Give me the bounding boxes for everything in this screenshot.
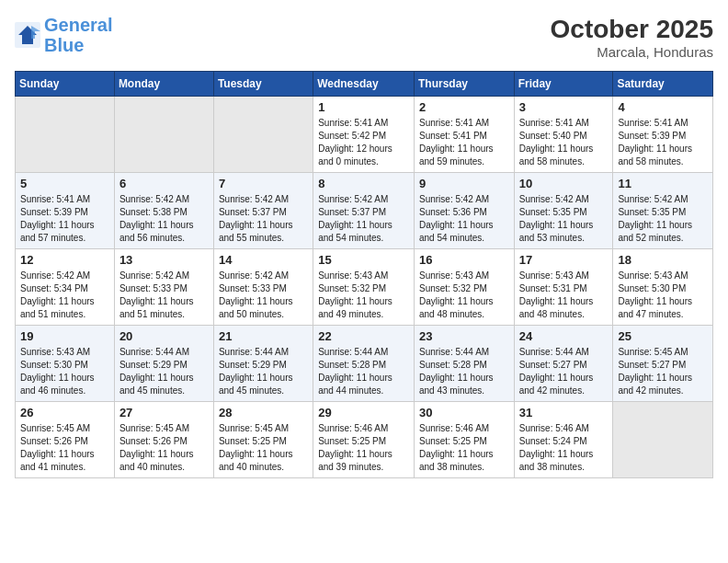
day-number: 16 (419, 253, 509, 267)
calendar-cell: 5Sunrise: 5:41 AM Sunset: 5:39 PM Daylig… (16, 173, 115, 249)
calendar-cell: 13Sunrise: 5:42 AM Sunset: 5:33 PM Dayli… (114, 249, 213, 326)
logo-name: GeneralBlue (44, 15, 112, 55)
calendar-cell: 21Sunrise: 5:44 AM Sunset: 5:29 PM Dayli… (213, 326, 313, 402)
day-info: Sunrise: 5:45 AM Sunset: 5:26 PM Dayligh… (119, 422, 209, 474)
weekday-header-cell: Thursday (414, 72, 514, 97)
calendar-cell: 28Sunrise: 5:45 AM Sunset: 5:25 PM Dayli… (213, 402, 313, 478)
day-info: Sunrise: 5:44 AM Sunset: 5:28 PM Dayligh… (419, 346, 509, 397)
day-number: 23 (419, 329, 509, 343)
day-number: 12 (20, 253, 109, 267)
day-info: Sunrise: 5:43 AM Sunset: 5:32 PM Dayligh… (419, 270, 509, 321)
calendar-cell: 12Sunrise: 5:42 AM Sunset: 5:34 PM Dayli… (16, 249, 115, 326)
weekday-header-row: SundayMondayTuesdayWednesdayThursdayFrid… (16, 72, 713, 97)
day-number: 21 (219, 329, 308, 343)
day-info: Sunrise: 5:41 AM Sunset: 5:41 PM Dayligh… (419, 117, 509, 168)
day-number: 24 (519, 329, 609, 343)
day-number: 7 (219, 177, 308, 190)
calendar-cell: 19Sunrise: 5:43 AM Sunset: 5:30 PM Dayli… (16, 326, 115, 402)
day-number: 25 (618, 329, 708, 343)
day-info: Sunrise: 5:43 AM Sunset: 5:30 PM Dayligh… (20, 346, 109, 397)
calendar-cell: 25Sunrise: 5:45 AM Sunset: 5:27 PM Dayli… (613, 326, 713, 402)
day-info: Sunrise: 5:43 AM Sunset: 5:30 PM Dayligh… (618, 270, 708, 321)
day-number: 31 (519, 406, 609, 419)
logo-icon (15, 22, 40, 48)
day-info: Sunrise: 5:46 AM Sunset: 5:24 PM Dayligh… (519, 422, 609, 474)
day-info: Sunrise: 5:44 AM Sunset: 5:28 PM Dayligh… (318, 346, 409, 397)
day-number: 9 (419, 177, 509, 190)
weekday-header-cell: Monday (114, 72, 213, 97)
day-info: Sunrise: 5:42 AM Sunset: 5:37 PM Dayligh… (318, 193, 409, 245)
calendar-cell: 3Sunrise: 5:41 AM Sunset: 5:40 PM Daylig… (514, 97, 613, 173)
day-number: 18 (618, 253, 708, 267)
day-info: Sunrise: 5:41 AM Sunset: 5:39 PM Dayligh… (618, 117, 708, 168)
day-number: 28 (219, 406, 308, 419)
day-info: Sunrise: 5:45 AM Sunset: 5:27 PM Dayligh… (618, 346, 708, 397)
calendar-cell: 9Sunrise: 5:42 AM Sunset: 5:36 PM Daylig… (414, 173, 514, 249)
day-number: 30 (419, 406, 509, 419)
calendar-cell: 30Sunrise: 5:46 AM Sunset: 5:25 PM Dayli… (414, 402, 514, 478)
day-info: Sunrise: 5:42 AM Sunset: 5:33 PM Dayligh… (119, 270, 209, 321)
calendar-row: 19Sunrise: 5:43 AM Sunset: 5:30 PM Dayli… (16, 326, 713, 402)
day-info: Sunrise: 5:41 AM Sunset: 5:39 PM Dayligh… (20, 193, 109, 245)
day-info: Sunrise: 5:41 AM Sunset: 5:42 PM Dayligh… (318, 117, 409, 168)
day-number: 6 (119, 177, 209, 190)
logo: GeneralBlue (15, 15, 112, 55)
day-info: Sunrise: 5:46 AM Sunset: 5:25 PM Dayligh… (318, 422, 409, 474)
calendar-cell: 15Sunrise: 5:43 AM Sunset: 5:32 PM Dayli… (313, 249, 415, 326)
calendar-cell: 24Sunrise: 5:44 AM Sunset: 5:27 PM Dayli… (514, 326, 613, 402)
calendar-cell: 10Sunrise: 5:42 AM Sunset: 5:35 PM Dayli… (514, 173, 613, 249)
day-number: 8 (318, 177, 409, 190)
day-info: Sunrise: 5:44 AM Sunset: 5:29 PM Dayligh… (219, 346, 308, 397)
calendar-cell: 22Sunrise: 5:44 AM Sunset: 5:28 PM Dayli… (313, 326, 415, 402)
day-number: 3 (519, 100, 609, 114)
calendar-cell: 8Sunrise: 5:42 AM Sunset: 5:37 PM Daylig… (313, 173, 415, 249)
day-number: 5 (20, 177, 109, 190)
day-info: Sunrise: 5:43 AM Sunset: 5:32 PM Dayligh… (318, 270, 409, 321)
calendar-cell: 23Sunrise: 5:44 AM Sunset: 5:28 PM Dayli… (414, 326, 514, 402)
day-info: Sunrise: 5:42 AM Sunset: 5:35 PM Dayligh… (519, 193, 609, 245)
day-info: Sunrise: 5:42 AM Sunset: 5:33 PM Dayligh… (219, 270, 308, 321)
day-number: 29 (318, 406, 409, 419)
weekday-header-cell: Saturday (613, 72, 713, 97)
day-number: 1 (318, 100, 409, 114)
weekday-header-cell: Sunday (16, 72, 115, 97)
day-number: 22 (318, 329, 409, 343)
day-number: 26 (20, 406, 109, 419)
day-number: 10 (519, 177, 609, 190)
calendar-cell: 26Sunrise: 5:45 AM Sunset: 5:26 PM Dayli… (16, 402, 115, 478)
title-block: October 2025 Marcala, Honduras (551, 15, 713, 60)
day-number: 15 (318, 253, 409, 267)
calendar-cell: 18Sunrise: 5:43 AM Sunset: 5:30 PM Dayli… (613, 249, 713, 326)
day-info: Sunrise: 5:42 AM Sunset: 5:35 PM Dayligh… (618, 193, 708, 245)
calendar-cell (213, 97, 313, 173)
calendar-row: 26Sunrise: 5:45 AM Sunset: 5:26 PM Dayli… (16, 402, 713, 478)
calendar-cell: 20Sunrise: 5:44 AM Sunset: 5:29 PM Dayli… (114, 326, 213, 402)
header: GeneralBlue October 2025 Marcala, Hondur… (15, 15, 713, 60)
calendar-cell: 31Sunrise: 5:46 AM Sunset: 5:24 PM Dayli… (514, 402, 613, 478)
page: GeneralBlue October 2025 Marcala, Hondur… (0, 0, 728, 563)
calendar-cell: 16Sunrise: 5:43 AM Sunset: 5:32 PM Dayli… (414, 249, 514, 326)
calendar-cell: 7Sunrise: 5:42 AM Sunset: 5:37 PM Daylig… (213, 173, 313, 249)
day-info: Sunrise: 5:45 AM Sunset: 5:26 PM Dayligh… (20, 422, 109, 474)
day-info: Sunrise: 5:41 AM Sunset: 5:40 PM Dayligh… (519, 117, 609, 168)
calendar-row: 12Sunrise: 5:42 AM Sunset: 5:34 PM Dayli… (16, 249, 713, 326)
calendar-cell: 11Sunrise: 5:42 AM Sunset: 5:35 PM Dayli… (613, 173, 713, 249)
calendar-table: SundayMondayTuesdayWednesdayThursdayFrid… (15, 71, 713, 478)
day-info: Sunrise: 5:42 AM Sunset: 5:36 PM Dayligh… (419, 193, 509, 245)
calendar-cell: 29Sunrise: 5:46 AM Sunset: 5:25 PM Dayli… (313, 402, 415, 478)
calendar-cell: 6Sunrise: 5:42 AM Sunset: 5:38 PM Daylig… (114, 173, 213, 249)
day-number: 13 (119, 253, 209, 267)
day-number: 2 (419, 100, 509, 114)
calendar-cell: 1Sunrise: 5:41 AM Sunset: 5:42 PM Daylig… (313, 97, 415, 173)
calendar-cell: 2Sunrise: 5:41 AM Sunset: 5:41 PM Daylig… (414, 97, 514, 173)
weekday-header-cell: Friday (514, 72, 613, 97)
day-number: 17 (519, 253, 609, 267)
location: Marcala, Honduras (551, 44, 713, 60)
calendar-cell: 27Sunrise: 5:45 AM Sunset: 5:26 PM Dayli… (114, 402, 213, 478)
day-info: Sunrise: 5:43 AM Sunset: 5:31 PM Dayligh… (519, 270, 609, 321)
calendar-cell (613, 402, 713, 478)
day-info: Sunrise: 5:44 AM Sunset: 5:29 PM Dayligh… (119, 346, 209, 397)
calendar-cell (16, 97, 115, 173)
weekday-header-cell: Wednesday (313, 72, 415, 97)
calendar-body: 1Sunrise: 5:41 AM Sunset: 5:42 PM Daylig… (16, 97, 713, 478)
